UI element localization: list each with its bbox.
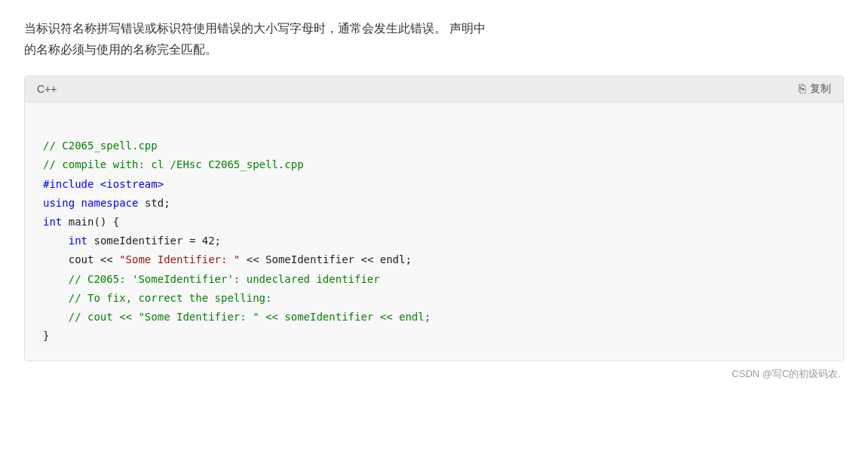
- code-line-main: int main() {: [43, 213, 825, 232]
- watermark: CSDN @写C的初级码农.: [24, 367, 844, 381]
- description-line1: 当标识符名称拼写错误或标识符使用错误的大小写字母时，通常会发生此错误。 声明中: [24, 22, 486, 35]
- code-block-header: C++ ⎘ 复制: [25, 76, 843, 103]
- code-line-cout: cout << "Some Identifier: " << SomeIdent…: [43, 250, 825, 269]
- code-line: [43, 118, 825, 137]
- code-block-body: // C2065_spell.cpp // compile with: cl /…: [25, 103, 843, 360]
- code-line-fix: // cout << "Some Identifier: " << someId…: [43, 308, 825, 327]
- description-block: 当标识符名称拼写错误或标识符使用错误的大小写字母时，通常会发生此错误。 声明中 …: [24, 18, 844, 60]
- copy-label: 复制: [810, 82, 831, 96]
- code-line-include: #include <iostream>: [43, 175, 825, 194]
- code-line-tofix: // To fix, correct the spelling:: [43, 289, 825, 308]
- description-line2: 的名称必须与使用的名称完全匹配。: [24, 43, 217, 56]
- code-lang-label: C++: [37, 83, 57, 95]
- code-line-comment1: // C2065_spell.cpp: [43, 137, 825, 155]
- copy-button[interactable]: ⎘ 复制: [799, 82, 831, 96]
- code-line-comment2: // compile with: cl /EHsc C2065_spell.cp…: [43, 155, 825, 174]
- code-content: // C2065_spell.cpp // compile with: cl /…: [43, 118, 825, 345]
- code-block-wrapper: C++ ⎘ 复制 // C2065_spell.cpp // compile w…: [24, 75, 844, 361]
- code-line-using: using namespace std;: [43, 194, 825, 213]
- page-container: 当标识符名称拼写错误或标识符使用错误的大小写字母时，通常会发生此错误。 声明中 …: [0, 0, 868, 451]
- code-line-c2065: // C2065: 'SomeIdentifier': undeclared i…: [43, 270, 825, 289]
- copy-icon: ⎘: [799, 82, 806, 96]
- code-line-brace: }: [43, 327, 825, 345]
- code-line-intvar: int someIdentifier = 42;: [43, 232, 825, 250]
